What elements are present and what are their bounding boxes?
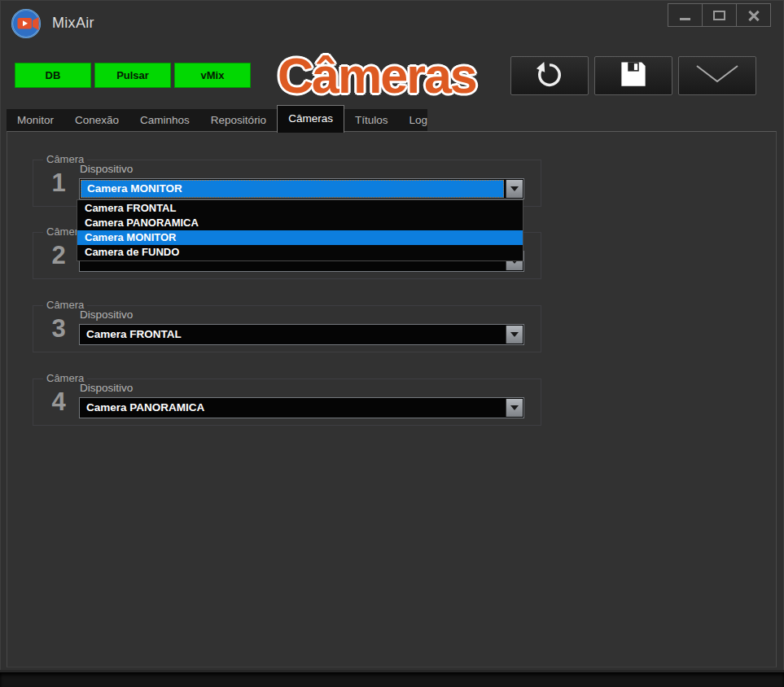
dropdown-option[interactable]: Camera FRONTAL <box>77 201 523 216</box>
dropdown-arrow-button[interactable] <box>506 399 523 417</box>
chevron-down-icon <box>692 63 742 89</box>
window-bottom-edge <box>0 672 784 687</box>
selected-device-value: Camera PANORAMICA <box>81 399 504 417</box>
tab-cameras[interactable]: Câmeras <box>277 105 344 133</box>
device-label: Dispositivo <box>80 308 133 321</box>
pulsar-button[interactable]: Pulsar <box>94 63 171 88</box>
device-label: Dispositivo <box>80 163 133 175</box>
db-button[interactable]: DB <box>15 63 91 88</box>
minimize-icon <box>680 18 690 20</box>
camera-group-4: Câmera 4 Dispositivo Camera PANORAMICA <box>33 379 541 426</box>
save-icon <box>619 59 648 92</box>
dropdown-arrow-button[interactable] <box>506 326 523 344</box>
dropdown-option[interactable]: Camera de FUNDO <box>77 245 523 260</box>
tab-repositorio[interactable]: Repositório <box>200 109 277 131</box>
maximize-button[interactable] <box>702 3 737 27</box>
device-label: Dispositivo <box>80 382 133 394</box>
window-title: MixAir <box>52 15 94 32</box>
undo-button[interactable] <box>510 56 589 95</box>
maximize-icon <box>713 11 725 20</box>
device-dropdown-list: Camera FRONTAL Camera PANORAMICA Camera … <box>77 199 523 261</box>
camera-number: 4 <box>43 387 74 417</box>
camera-number: 1 <box>43 168 74 198</box>
camera-3-device-select[interactable]: Camera FRONTAL <box>79 324 524 345</box>
window-controls <box>668 3 771 27</box>
minimize-button[interactable] <box>668 3 703 27</box>
caret-down-icon <box>510 186 519 191</box>
dropdown-arrow-button[interactable] <box>506 180 523 198</box>
tab-conexao[interactable]: Conexão <box>64 109 129 131</box>
camera-group-3: Câmera 3 Dispositivo Camera FRONTAL <box>33 305 541 352</box>
tab-caminhos[interactable]: Caminhos <box>129 109 200 131</box>
selected-device-value: Camera FRONTAL <box>81 326 504 344</box>
expand-button[interactable] <box>678 56 756 95</box>
tab-log[interactable]: Log <box>398 109 438 131</box>
tab-titulos[interactable]: Títulos <box>344 109 399 131</box>
camera-4-device-select[interactable]: Camera PANORAMICA <box>79 397 524 418</box>
camera-number: 3 <box>43 314 74 344</box>
save-button[interactable] <box>594 56 672 95</box>
undo-icon <box>533 58 566 94</box>
close-button[interactable] <box>736 3 771 27</box>
caret-down-icon <box>510 405 519 410</box>
close-icon <box>747 8 761 23</box>
dropdown-option[interactable]: Camera PANORAMICA <box>77 216 523 230</box>
titlebar: MixAir <box>0 0 784 47</box>
camera-1-device-select[interactable]: Camera MONITOR <box>79 178 524 199</box>
camera-number: 2 <box>43 241 74 270</box>
app-window: MixAir DB Pulsar vMix Câmeras <box>0 0 784 687</box>
caret-down-icon <box>510 332 519 337</box>
vmix-button[interactable]: vMix <box>174 63 251 88</box>
video-camera-icon <box>10 7 44 41</box>
dropdown-option-highlighted[interactable]: Camera MONITOR <box>77 230 523 245</box>
tabstrip: Monitor Conexão Caminhos Repositório Câm… <box>7 109 427 131</box>
page-title: Câmeras <box>278 47 476 104</box>
tab-monitor[interactable]: Monitor <box>7 109 64 131</box>
selected-device-value: Camera MONITOR <box>81 180 504 198</box>
